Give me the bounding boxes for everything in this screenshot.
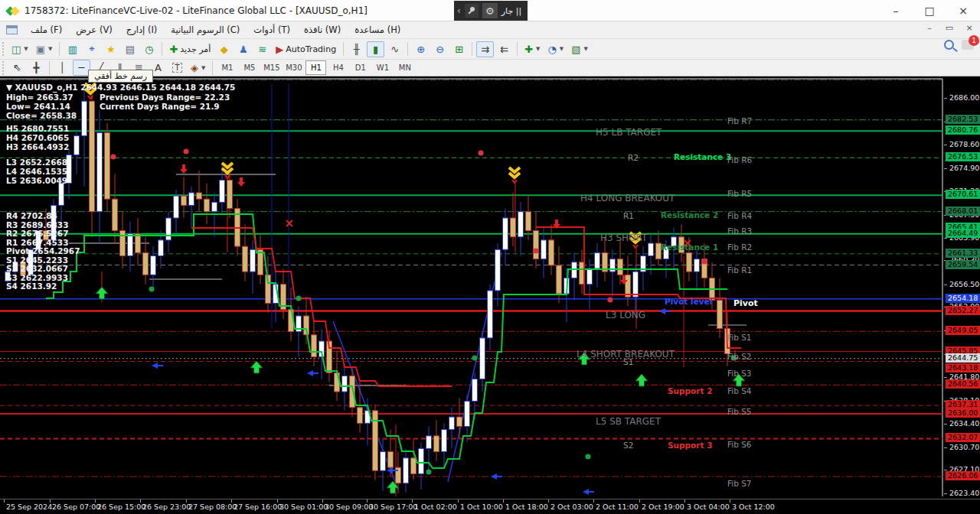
tile-windows-icon: ⊞ [455,44,463,55]
candle-80 [618,259,623,275]
zoom-out-icon[interactable]: ⊖ [431,41,449,57]
menu-item-2[interactable]: إدارج (I) [119,23,165,37]
label-tool-icon[interactable]: T [168,60,186,76]
templates-icon[interactable]: ▧▼ [568,41,591,57]
tile-windows-icon[interactable]: ⊞ [450,41,468,57]
timeframe-m30[interactable]: M30 [283,60,304,75]
time-label: 27 Sep 08:00 [188,503,237,511]
market-watch-icon[interactable]: ▥ [64,41,81,57]
minimize-button[interactable]: – [879,0,913,21]
time-tick [593,499,594,503]
time-label: 2 Oct 19:00 [642,503,684,511]
chart-candles-icon[interactable]: ▮ [367,41,384,57]
chart-bars-icon[interactable]: ╫ [348,41,365,57]
timeframe-h1[interactable]: H1 [305,60,326,75]
new-chart-icon[interactable]: ◫▼ [8,41,31,57]
annotation-h3-short: H3 SHORT [600,233,647,243]
mdi-close-icon[interactable]: × [963,23,975,33]
red-dot-icon [184,149,189,155]
new-order-button[interactable]: ✚أمر جديد [166,41,214,57]
shapes-tool-icon: ◈ [191,62,198,73]
gear-icon[interactable]: ⚙ [482,3,498,18]
menu-item-5[interactable]: نافذة (W) [297,23,348,37]
menu-item-6[interactable]: مساعدة (H) [348,23,407,37]
maximize-button[interactable]: □ [913,0,946,21]
menu-item-1[interactable]: عرض (V) [69,23,119,37]
toolbar-separator [59,42,60,56]
chevron-left-icon[interactable]: ‹ [457,5,461,16]
menu-item-0[interactable]: ملف (F) [24,23,69,37]
red-dot-icon [111,155,116,160]
timeframe-h4[interactable]: H4 [328,60,348,75]
crosshair-tool-icon: ╋ [34,62,40,73]
data-window-icon[interactable]: ⌖ [83,41,100,57]
periods-icon[interactable]: ◔▼ [544,41,567,57]
chart-shift-icon[interactable]: ⇇ [495,41,513,57]
strategy-tester-icon[interactable]: ◷ [140,41,158,57]
dropdown-arrow-icon[interactable]: ▼ [201,65,205,71]
dropdown-arrow-icon[interactable]: ▼ [536,46,540,52]
annotation-fib-r2: Fib R2 [727,242,752,252]
dropdown-arrow-icon[interactable]: ▼ [583,46,587,52]
signals-icon: ≋ [258,44,266,55]
menu-item-4[interactable]: أدوات (T) [247,23,297,37]
notifications-icon[interactable]: 1 [962,40,974,50]
dropdown-arrow-icon[interactable]: ▼ [24,46,28,52]
time-label: 30 Sep 17:00 [369,503,417,511]
yellow-grab-arrow-icon [222,163,233,168]
cursor-tool-icon[interactable]: ⇖ [8,60,26,76]
indicators-icon[interactable]: ✚▼ [521,41,543,57]
profiles-icon[interactable]: ▣▼ [33,41,56,57]
time-tick [186,499,187,503]
chart-window-icon[interactable] [6,25,18,34]
cursor-tool-icon: ⇖ [13,62,21,73]
price-badge-2649.05: 2649.05 [946,326,980,335]
candle-13 [105,132,110,199]
chart-line-icon[interactable]: ∿ [386,41,403,57]
pin-icon[interactable] [465,4,479,18]
terminal-icon[interactable]: ▤ [121,41,139,57]
periods-icon: ◔ [547,44,556,55]
chart-area[interactable]: ▼ XAUUSD_o,H1 2644.93 2646.15 2644.18 26… [0,76,980,499]
signals-icon[interactable]: ≋ [253,41,271,57]
time-label: 2 Oct 03:00 [550,503,593,511]
toolbar-separator [472,42,472,56]
vline-tool-icon[interactable]: │ [54,60,71,76]
navigator-icon[interactable]: ★ [102,41,119,57]
price-axis[interactable]: 2686.002682.302678.602674.902671.202667.… [944,76,980,499]
timeframe-w1[interactable]: W1 [372,60,393,75]
chart-plot[interactable] [0,76,944,499]
shapes-tool-icon[interactable]: ◈▼ [188,60,208,76]
time-axis[interactable]: 25 Sep 202426 Sep 07:0026 Sep 15:0026 Se… [0,499,980,514]
price-tick-label: 2634.40 [949,419,979,428]
experts-icon[interactable]: ♟ [234,41,252,57]
auto-scroll-icon[interactable]: ⇉ [476,41,494,57]
timeframe-m5[interactable]: M5 [239,60,260,75]
search-icon[interactable] [944,40,954,50]
dropdown-arrow-icon[interactable]: ▼ [48,46,52,52]
autotrading-button[interactable]: ▶AutoTrading [273,41,339,57]
candle-16 [128,234,133,256]
metaeditor-icon[interactable]: ◆ [215,41,233,57]
mdi-minimize-icon[interactable]: – [923,23,936,33]
timeframe-mn[interactable]: MN [394,60,415,75]
red-dot-icon [479,151,484,156]
zoom-in-icon[interactable]: ⊕ [412,41,430,57]
toolbar-separator [343,42,344,56]
notification-badge: 1 [969,35,979,46]
annotation-fib-r4: Fib R4 [727,211,752,220]
time-label: 26 Sep 23:00 [142,503,191,511]
timeframe-m1[interactable]: M1 [217,60,237,75]
menu-item-3[interactable]: الرسوم البيانية (C) [164,23,247,37]
crosshair-tool-icon[interactable]: ╋ [28,60,45,76]
mdi-restore-icon[interactable]: ▭ [943,23,956,33]
dropdown-arrow-icon[interactable]: ▼ [560,46,564,52]
toolbar-separator [407,42,408,56]
time-label: 30 Sep 01:00 [279,503,328,511]
zoom-in-icon: ⊕ [416,44,425,55]
timeframe-m15[interactable]: M15 [261,60,282,75]
menu-bar: ملف (F)عرض (V)إدارج (I)الرسوم البيانية (… [0,21,980,38]
candle-19 [151,256,156,275]
close-button[interactable]: × [946,0,980,21]
timeframe-d1[interactable]: D1 [350,60,371,75]
